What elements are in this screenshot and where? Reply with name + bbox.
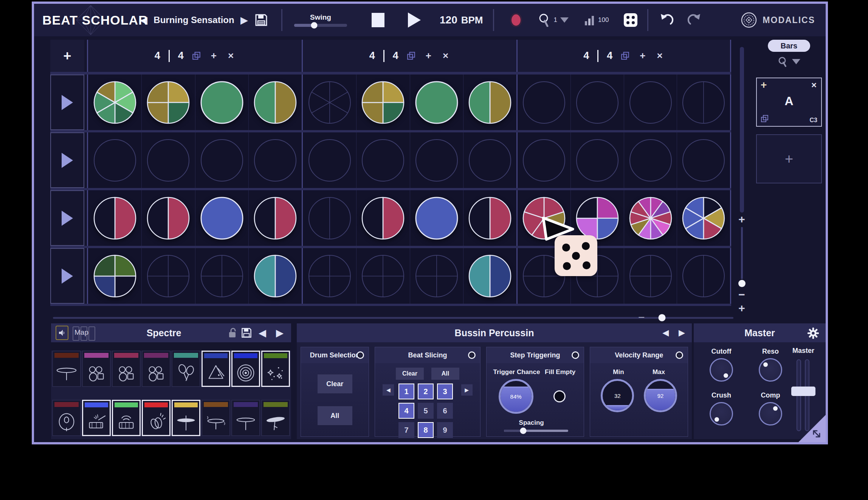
add-row-button[interactable]: + xyxy=(50,40,84,72)
beat-pad[interactable] xyxy=(248,248,302,304)
time-sig-denominator[interactable]: 4 xyxy=(607,50,612,62)
bars-zoom-icon[interactable] xyxy=(778,56,787,67)
drum-tile-drum-kit[interactable] xyxy=(142,351,170,387)
spacing-slider-thumb[interactable] xyxy=(520,428,526,434)
beat-pad[interactable] xyxy=(463,248,516,304)
drum-tile-sizzle-cymbal[interactable] xyxy=(202,400,230,436)
beat-pad[interactable] xyxy=(624,75,677,130)
beat-slicing-led[interactable] xyxy=(468,351,476,359)
grid-zoom-value[interactable]: 1 xyxy=(554,16,557,24)
beat-pad[interactable] xyxy=(463,132,516,188)
length-value[interactable]: 100 xyxy=(598,16,609,24)
velocity-range-led[interactable] xyxy=(676,351,683,359)
comp-knob[interactable] xyxy=(759,402,782,425)
vertical-scrollbar[interactable] xyxy=(740,47,744,213)
crush-knob[interactable] xyxy=(710,402,733,425)
beat-pad[interactable] xyxy=(570,132,624,188)
time-sig-numerator[interactable]: 4 xyxy=(369,50,375,62)
randomize-button[interactable] xyxy=(624,13,637,27)
drum-tile-crash-cymbal[interactable] xyxy=(261,400,290,436)
beat-pad[interactable] xyxy=(195,190,248,246)
play-button[interactable] xyxy=(408,12,421,28)
lock-icon[interactable] xyxy=(228,327,237,339)
drum-clear-button[interactable]: Clear xyxy=(318,374,352,393)
beat-pad[interactable] xyxy=(410,190,463,246)
bpm-value[interactable]: 120 xyxy=(440,14,457,26)
drum-tile-sparkles[interactable] xyxy=(261,351,290,387)
v-slider-track[interactable] xyxy=(741,227,743,279)
slice-number-5[interactable]: 5 xyxy=(418,403,434,419)
velocity-min-knob[interactable]: 32 xyxy=(601,379,634,412)
redo-button[interactable] xyxy=(687,12,703,28)
beat-pad[interactable] xyxy=(463,190,516,246)
bar-remove-button[interactable]: × xyxy=(441,50,450,62)
row-play-button[interactable] xyxy=(50,75,84,130)
record-button[interactable] xyxy=(510,13,522,27)
bar-remove-button[interactable]: × xyxy=(656,50,664,62)
beat-pad[interactable] xyxy=(141,75,195,130)
slice-number-7[interactable]: 7 xyxy=(398,422,414,438)
beat-pad[interactable] xyxy=(677,190,730,246)
slice-number-6[interactable]: 6 xyxy=(437,403,453,419)
beat-pad[interactable] xyxy=(248,75,302,130)
drum-tile-drum-machine[interactable] xyxy=(112,400,141,436)
reso-knob[interactable] xyxy=(759,358,782,382)
beat-pad[interactable] xyxy=(677,248,730,304)
undo-button[interactable] xyxy=(658,12,674,28)
map-button[interactable]: Map xyxy=(72,325,100,340)
drum-tile-ride-cymbal[interactable] xyxy=(52,351,81,387)
bpm-display[interactable]: 120 BPM xyxy=(440,14,483,26)
beat-pad[interactable] xyxy=(410,248,463,304)
drum-tile-gong[interactable] xyxy=(231,351,260,387)
h-scroll-thumb[interactable] xyxy=(659,314,666,321)
beat-pad[interactable] xyxy=(88,75,141,130)
beat-pad[interactable] xyxy=(624,132,677,188)
v-zoom-in-button[interactable]: + xyxy=(735,213,748,226)
drum-tile-drum-kit[interactable] xyxy=(112,351,141,387)
bars-view-toggle[interactable]: Bars xyxy=(768,40,810,52)
bar-copy-icon[interactable] xyxy=(621,51,630,61)
drum-all-button[interactable]: All xyxy=(318,406,352,425)
v-zoom-out-button[interactable]: − xyxy=(735,288,748,301)
section-add-button[interactable]: + xyxy=(761,79,767,91)
bar-copy-icon[interactable] xyxy=(407,51,416,61)
slice-clear-button[interactable]: Clear xyxy=(396,368,424,380)
horizontal-scrollbar[interactable]: − xyxy=(53,314,733,321)
drum-tile-maracas[interactable] xyxy=(172,351,200,387)
section-delete-button[interactable]: × xyxy=(811,80,817,90)
drum-tile-drum-head[interactable] xyxy=(52,400,81,436)
drum-tile-snare[interactable] xyxy=(82,400,111,436)
preview-sound-button[interactable] xyxy=(56,326,68,340)
beat-pad[interactable] xyxy=(624,190,677,246)
h-zoom-out-button[interactable]: − xyxy=(638,311,645,324)
slice-number-9[interactable]: 9 xyxy=(437,422,453,438)
bar-remove-button[interactable]: × xyxy=(226,50,235,62)
slice-next-button[interactable]: ▶ xyxy=(461,384,473,396)
row-play-button[interactable] xyxy=(50,248,84,304)
preset-next-button[interactable]: ▶ xyxy=(237,14,251,26)
beat-pad[interactable] xyxy=(518,132,570,188)
beat-pad[interactable] xyxy=(356,190,409,246)
h-zoom-in-button[interactable]: + xyxy=(735,301,748,315)
slice-number-2[interactable]: 2 xyxy=(418,384,434,399)
bar-add-button[interactable]: + xyxy=(209,50,218,62)
beat-pad[interactable] xyxy=(195,248,248,304)
time-sig-numerator[interactable]: 4 xyxy=(155,50,160,62)
beat-pad[interactable] xyxy=(303,132,356,188)
beat-pad[interactable] xyxy=(410,75,463,130)
beat-pad[interactable] xyxy=(195,132,248,188)
beat-pad[interactable] xyxy=(356,132,409,188)
beat-pad[interactable] xyxy=(248,132,302,188)
beat-pad[interactable] xyxy=(303,190,356,246)
slice-number-3[interactable]: 3 xyxy=(437,384,453,399)
beat-pad[interactable] xyxy=(518,75,570,130)
beat-pad[interactable] xyxy=(88,190,141,246)
save-button[interactable] xyxy=(255,14,268,26)
cutoff-knob[interactable] xyxy=(710,358,733,382)
beat-pad[interactable] xyxy=(463,75,516,130)
beat-pad[interactable] xyxy=(88,132,141,188)
kit-prev-button[interactable]: ◀ xyxy=(256,327,269,339)
h-scroll-track[interactable] xyxy=(53,317,733,319)
settings-gear-icon[interactable] xyxy=(807,327,820,340)
beat-pad[interactable] xyxy=(248,190,302,246)
